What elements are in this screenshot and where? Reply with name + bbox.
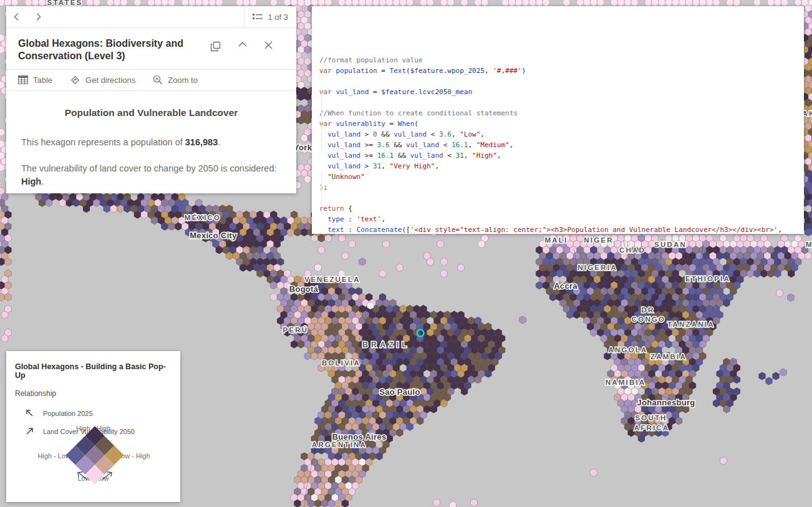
feature-pagination[interactable]: 1 of 3 xyxy=(244,6,296,27)
svg-text:AFRICA: AFRICA xyxy=(634,424,670,432)
svg-text:ANGOLA: ANGOLA xyxy=(608,346,647,354)
popup-content: Population and Vulnerable Landcover This… xyxy=(6,91,296,188)
dock-icon xyxy=(210,41,221,52)
svg-text:ARGENTINA: ARGENTINA xyxy=(312,441,367,448)
svg-text:MÉXICO: MÉXICO xyxy=(185,214,221,221)
svg-text:TANZANIA: TANZANIA xyxy=(667,321,715,328)
close-icon xyxy=(264,41,273,49)
zoom-to-action[interactable]: Zoom to xyxy=(153,75,198,85)
svg-text:NAMIBIA: NAMIBIA xyxy=(606,379,646,386)
indent-guide xyxy=(321,87,322,150)
svg-text:SUDAN: SUDAN xyxy=(654,241,687,248)
svg-text:BOLIVIA: BOLIVIA xyxy=(322,359,360,367)
table-action-label: Table xyxy=(33,75,52,85)
population-value: 316,983 xyxy=(185,137,218,147)
arcade-expression-editor[interactable]: //format population valuevar population … xyxy=(312,6,804,234)
svg-text:Mexico City: Mexico City xyxy=(190,231,237,240)
population-paragraph: This hexagon represents a population of … xyxy=(21,136,281,149)
table-icon xyxy=(18,75,28,84)
svg-text:Sao Paulo: Sao Paulo xyxy=(379,387,420,397)
zoom-to-icon xyxy=(153,75,163,85)
chevron-right-icon xyxy=(34,12,42,21)
popup-action-bar: Table Get directions Zoom to xyxy=(6,70,296,91)
popup-nav-bar: 1 of 3 xyxy=(6,6,296,28)
previous-feature-button[interactable] xyxy=(6,6,27,27)
svg-text:ZAMBIA: ZAMBIA xyxy=(650,353,687,360)
feature-popup: 1 of 3 Global Hexagons: Biodiversity and… xyxy=(6,6,296,193)
legend-title: Global Hexagons - Building a Basic Pop-U… xyxy=(6,351,180,380)
indent-guide xyxy=(321,171,322,214)
zoom-to-label: Zoom to xyxy=(168,75,198,85)
legend-item-label: Population 2025 xyxy=(43,410,93,417)
svg-text:Accra: Accra xyxy=(554,281,578,291)
svg-text:DR: DR xyxy=(641,306,654,314)
close-popup-button[interactable] xyxy=(264,41,273,49)
next-feature-button[interactable] xyxy=(27,6,49,27)
get-directions-label: Get directions xyxy=(85,75,135,85)
svg-text:NIGERIA: NIGERIA xyxy=(578,264,617,271)
vulnerability-paragraph: The vulnerability of land cover to chang… xyxy=(21,162,281,188)
svg-text:M: M xyxy=(806,241,812,248)
svg-text:Johannesburg: Johannesburg xyxy=(637,398,695,407)
dock-popup-button[interactable] xyxy=(210,41,221,52)
directions-icon xyxy=(70,75,80,85)
popup-title: Global Hexagons: Biodiversity and Conser… xyxy=(18,37,205,63)
svg-text:STATES: STATES xyxy=(47,0,83,6)
collapse-popup-button[interactable] xyxy=(238,41,247,47)
legend-panel: Global Hexagons - Building a Basic Pop-U… xyxy=(6,351,180,502)
svg-text:Bogotá: Bogotá xyxy=(289,284,319,294)
svg-text:PERÚ: PERÚ xyxy=(283,326,309,334)
arrow-up-left-icon xyxy=(26,409,34,417)
feature-list-icon xyxy=(253,12,263,21)
svg-text:BRAZIL: BRAZIL xyxy=(362,340,410,349)
get-directions-action[interactable]: Get directions xyxy=(70,75,135,85)
svg-text:MALI: MALI xyxy=(545,236,568,244)
vulnerability-value: High xyxy=(21,176,41,186)
svg-text:SOUTH: SOUTH xyxy=(635,414,667,422)
legend-subtitle: Relationship xyxy=(6,380,180,398)
popup-content-heading: Population and Vulnerable Landcover xyxy=(21,107,281,118)
svg-text:CONGO: CONGO xyxy=(632,316,665,323)
chevron-left-icon xyxy=(12,12,21,21)
chevron-up-icon xyxy=(238,41,247,47)
svg-text:CHAD: CHAD xyxy=(619,246,645,254)
pagination-label: 1 of 3 xyxy=(268,12,288,22)
diamond-axis-arrows xyxy=(6,420,180,502)
table-action[interactable]: Table xyxy=(18,75,52,85)
svg-text:ETHIOPIA: ETHIOPIA xyxy=(685,275,730,282)
svg-text:VENEZUELA: VENEZUELA xyxy=(304,276,360,283)
svg-text:NIGER: NIGER xyxy=(584,236,613,244)
svg-text:Buenos Aires: Buenos Aires xyxy=(332,432,387,442)
bivariate-diamond-legend: High - High High - Low Low - High Low - … xyxy=(6,420,180,502)
arcade-code: //format population valuevar population … xyxy=(319,55,796,234)
